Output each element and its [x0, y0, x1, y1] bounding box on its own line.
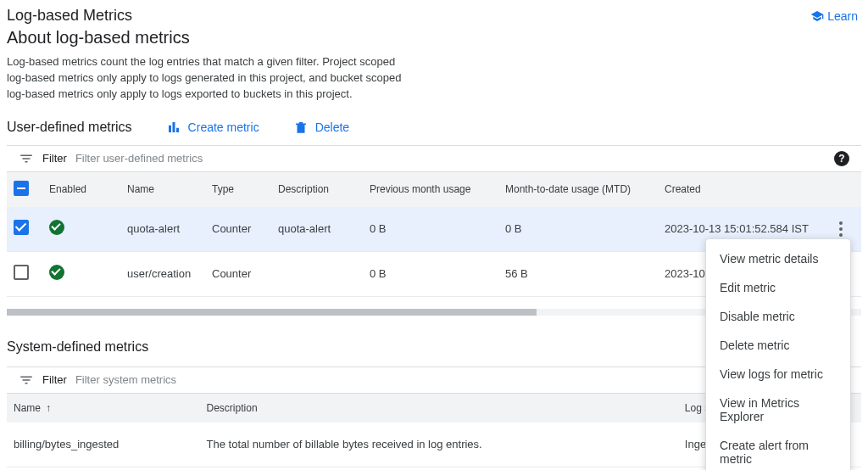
filter-list-icon — [19, 372, 34, 388]
menu-item-metrics-explorer[interactable]: View in Metrics Explorer — [706, 389, 850, 431]
col-name[interactable]: Name↑ — [7, 394, 200, 422]
user-metrics-heading: User-defined metrics — [7, 120, 132, 135]
graduation-cap-icon — [810, 9, 824, 23]
delete-button[interactable]: Delete — [293, 120, 349, 135]
menu-item-delete[interactable]: Delete metric — [706, 331, 850, 360]
menu-item-create-alert[interactable]: Create alert from metric — [706, 431, 850, 470]
sort-asc-icon: ↑ — [46, 402, 51, 414]
enabled-check-icon — [49, 265, 64, 280]
user-filter-input[interactable] — [75, 152, 826, 165]
col-mtd-usage[interactable]: Month-to-date usage (MTD) — [498, 172, 658, 207]
trash-icon — [293, 120, 309, 135]
col-description[interactable]: Description — [200, 394, 678, 422]
create-metric-button[interactable]: Create metric — [166, 120, 259, 135]
about-body: Log-based metrics count the log entries … — [7, 54, 414, 103]
help-icon[interactable]: ? — [834, 151, 849, 166]
page-title: Log-based Metrics — [7, 7, 132, 25]
col-created[interactable]: Created — [658, 172, 824, 207]
svg-point-0 — [839, 221, 843, 225]
col-description[interactable]: Description — [271, 172, 363, 207]
row-actions-button[interactable] — [831, 219, 851, 239]
learn-link[interactable]: Learn — [810, 9, 858, 23]
row-checkbox[interactable] — [14, 220, 29, 235]
menu-item-edit[interactable]: Edit metric — [706, 273, 850, 302]
enabled-check-icon — [49, 220, 64, 235]
bar-chart-icon — [166, 120, 181, 135]
svg-point-1 — [839, 227, 843, 231]
filter-label: Filter — [42, 152, 67, 165]
col-type[interactable]: Type — [205, 172, 271, 207]
row-actions-menu: View metric details Edit metric Disable … — [705, 238, 851, 470]
col-name[interactable]: Name — [120, 172, 205, 207]
menu-item-view-logs[interactable]: View logs for metric — [706, 360, 850, 389]
col-enabled[interactable]: Enabled — [42, 172, 120, 207]
menu-item-view-details[interactable]: View metric details — [706, 244, 850, 273]
menu-item-disable[interactable]: Disable metric — [706, 302, 850, 331]
filter-list-icon — [19, 151, 34, 166]
about-heading: About log-based metrics — [7, 28, 861, 48]
svg-point-2 — [839, 233, 843, 237]
col-prev-usage[interactable]: Previous month usage — [363, 172, 498, 207]
select-all-checkbox[interactable] — [14, 181, 29, 196]
filter-label: Filter — [42, 373, 67, 386]
row-checkbox[interactable] — [14, 265, 29, 280]
